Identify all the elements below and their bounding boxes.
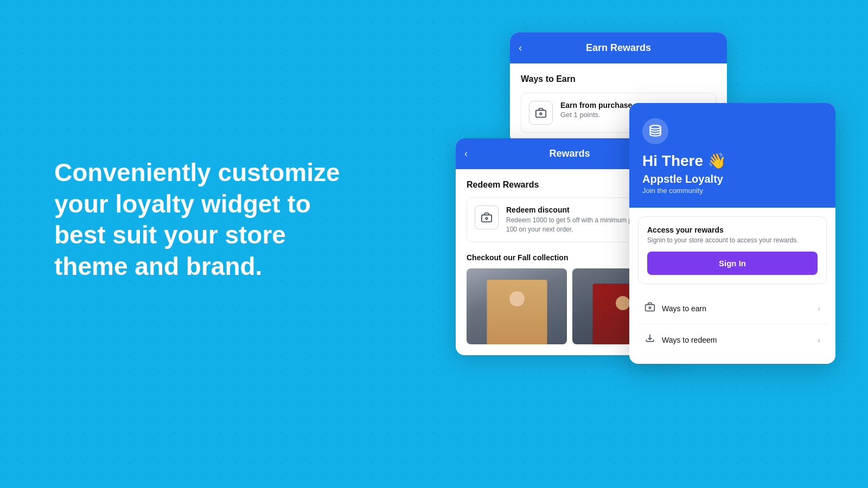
access-box: Access your rewards Signin to your store…: [638, 216, 827, 284]
widget-app-name: Appstle Loyalty: [642, 173, 822, 185]
ways-to-earn-menu-item[interactable]: Ways to earn ›: [638, 293, 827, 324]
sign-in-button[interactable]: Sign In: [647, 252, 818, 275]
page-container: Conveniently customize your loyalty widg…: [0, 0, 868, 488]
widget-header: Hi There 👋 Appstle Loyalty Join the comm…: [629, 103, 835, 208]
svg-rect-5: [646, 305, 655, 311]
access-subtitle: Signin to your store account to access y…: [647, 236, 818, 244]
collection-image-1: [467, 268, 567, 344]
ways-to-earn-label: Ways to earn: [662, 304, 706, 313]
svg-rect-2: [482, 215, 492, 222]
svg-point-3: [486, 217, 488, 220]
ways-to-redeem-label: Ways to redeem: [662, 336, 717, 344]
redeem-item-icon: [475, 206, 499, 229]
redeem-title: Rewards: [549, 148, 590, 159]
widgets-area: ‹ Earn Rewards Ways to Earn Earn from pu…: [456, 33, 835, 455]
earn-rewards-title: Earn Rewards: [586, 42, 651, 54]
earn-back-button[interactable]: ‹: [519, 42, 522, 54]
svg-point-4: [650, 125, 661, 129]
svg-rect-0: [536, 110, 546, 117]
access-title: Access your rewards: [647, 226, 818, 234]
widget-body: Access your rewards Signin to your store…: [629, 208, 835, 364]
loyalty-widget-card: Hi There 👋 Appstle Loyalty Join the comm…: [629, 103, 835, 364]
widget-menu: Ways to earn ›: [638, 293, 827, 355]
earn-section-title: Ways to Earn: [521, 74, 716, 84]
database-icon: [642, 118, 668, 144]
ways-to-redeem-icon: [644, 333, 655, 346]
ways-to-redeem-chevron: ›: [818, 336, 820, 344]
ways-to-earn-chevron: ›: [818, 304, 820, 313]
earn-item-title: Earn from purchase: [560, 101, 632, 110]
ways-to-redeem-menu-item[interactable]: Ways to redeem ›: [638, 324, 827, 355]
earn-item-info: Earn from purchase Get 1 points.: [560, 101, 632, 119]
earn-rewards-header: ‹ Earn Rewards: [510, 33, 727, 63]
earn-item-subtitle: Get 1 points.: [560, 111, 632, 119]
svg-point-6: [649, 307, 650, 309]
svg-point-1: [540, 113, 542, 115]
widget-tagline: Join the community: [642, 187, 822, 195]
hero-section: Conveniently customize your loyalty widg…: [54, 157, 353, 282]
redeem-back-button[interactable]: ‹: [464, 148, 468, 159]
ways-to-earn-icon: [644, 301, 655, 315]
hero-heading: Conveniently customize your loyalty widg…: [54, 157, 353, 282]
widget-greeting: Hi There 👋: [642, 152, 822, 170]
earn-item-icon: [529, 101, 553, 125]
